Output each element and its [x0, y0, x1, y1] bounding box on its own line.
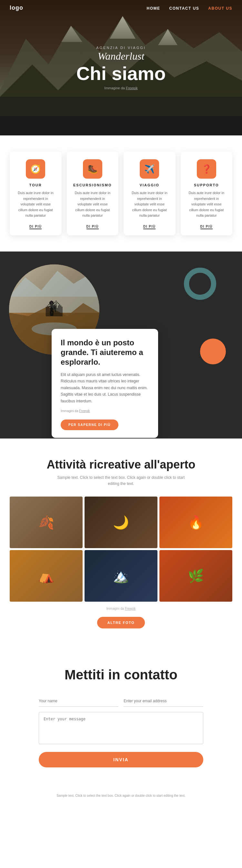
hero-content: AGENZIA DI VIAGGI Wanderlust Chi siamo I… — [76, 46, 165, 90]
svg-rect-16 — [50, 311, 52, 316]
explore-circle-teal — [184, 268, 216, 300]
gallery-image-5: 🏔️ — [85, 550, 157, 602]
card-tour-link[interactable]: DI PIÙ — [29, 225, 41, 229]
hiking-icon: 🥾 — [83, 159, 102, 179]
hero-subtitle: AGENZIA DI VIAGGI — [76, 46, 165, 50]
nav-home[interactable]: HOME — [147, 6, 160, 11]
svg-rect-15 — [53, 305, 55, 310]
gallery-title: Attività ricreative all'aperto — [10, 458, 232, 471]
card-travel: ✈️ VIAGGIO Duis aute irure dolor in repr… — [124, 152, 176, 236]
hero-title: Chi siamo — [76, 64, 165, 83]
gallery-image-3: 🔥 — [159, 497, 232, 548]
nav-contact[interactable]: CONTACT US — [170, 6, 200, 11]
gallery-more-button[interactable]: ALTRE FOTO — [97, 617, 145, 628]
contact-form: INVIA — [39, 695, 203, 767]
form-name-email-row — [39, 695, 203, 707]
explore-card: Il mondo è un posto grande. Ti aiuteremo… — [52, 329, 158, 438]
svg-rect-18 — [55, 303, 57, 312]
card-hiking-link[interactable]: DI PIÙ — [87, 225, 99, 229]
gallery-image-2: 🌙 — [85, 497, 157, 548]
svg-rect-13 — [50, 305, 53, 312]
hero-brand: Wanderlust — [76, 50, 165, 62]
cards-grid: 🧭 TOUR Duis aute irure dolor in reprehen… — [10, 152, 232, 236]
card-hiking-text: Duis aute irure dolor in reprehenderit i… — [72, 190, 113, 219]
nav-about[interactable]: ABOUT US — [208, 6, 232, 11]
gallery-grid-top: 🍂 🌙 🔥 — [10, 497, 232, 548]
gallery-image-4: ⛺ — [10, 550, 83, 602]
gallery-image-1: 🍂 — [10, 497, 83, 548]
svg-rect-7 — [0, 97, 242, 135]
card-tour-title: TOUR — [16, 183, 56, 187]
card-tour-text: Duis aute irure dolor in reprehenderit i… — [16, 190, 56, 219]
submit-button[interactable]: INVIA — [39, 752, 203, 767]
explore-button[interactable]: PER SAPERNE DI PIÙ — [61, 420, 118, 430]
name-input[interactable] — [39, 695, 118, 707]
cards-section: 🧭 TOUR Duis aute irure dolor in reprehen… — [0, 135, 242, 251]
footer: Sample text. Click to select the text bo… — [0, 787, 242, 808]
gallery-credit: Immagini da Freepik — [10, 607, 232, 610]
contact-section: Mettiti in contatto INVIA — [0, 648, 242, 787]
card-tour: 🧭 TOUR Duis aute irure dolor in reprehen… — [10, 152, 62, 236]
hero-section: AGENZIA DI VIAGGI Wanderlust Chi siamo I… — [0, 0, 242, 135]
gallery-section: Attività ricreative all'aperto Sample te… — [0, 438, 242, 648]
gallery-image-6: 🌿 — [159, 550, 232, 602]
support-icon: ❓ — [197, 159, 216, 179]
explore-section: Il mondo è un posto grande. Ti aiuteremo… — [0, 251, 242, 438]
svg-point-14 — [49, 301, 54, 305]
card-support-link[interactable]: DI PIÙ — [201, 225, 213, 229]
explore-body: Elit ut aliquam purus sit amet luctus ve… — [61, 371, 149, 404]
footer-text: Sample text. Click to select the text bo… — [57, 793, 185, 798]
card-hiking: 🥾 ESCURSIONISMO Duis aute irure dolor in… — [67, 152, 119, 236]
card-hiking-title: ESCURSIONISMO — [72, 183, 113, 187]
gallery-subtitle: Sample text. Click to select the text bo… — [57, 475, 185, 487]
navigation: logo HOME CONTACT US ABOUT US — [0, 0, 242, 16]
logo[interactable]: logo — [10, 4, 23, 11]
card-travel-link[interactable]: DI PIÙ — [143, 225, 155, 229]
svg-rect-19 — [49, 305, 52, 307]
nav-links: HOME CONTACT US ABOUT US — [147, 5, 232, 11]
explore-credit: Immagini da Freepik — [61, 408, 149, 414]
contact-title: Mettiti in contatto — [39, 667, 203, 683]
travel-icon: ✈️ — [140, 159, 159, 179]
card-travel-title: VIAGGIO — [129, 183, 170, 187]
card-support-title: SUPPORTO — [186, 183, 227, 187]
svg-rect-17 — [52, 311, 54, 316]
explore-circle-orange — [200, 339, 226, 364]
card-support: ❓ SUPPORTO Duis aute irure dolor in repr… — [181, 152, 233, 236]
email-input[interactable] — [124, 695, 203, 707]
gallery-grid-bottom: ⛺ 🏔️ 🌿 — [10, 550, 232, 602]
tour-icon: 🧭 — [26, 159, 45, 179]
explore-title: Il mondo è un posto grande. Ti aiuteremo… — [61, 338, 149, 367]
hero-credit: Immagine da Freepik — [76, 86, 165, 90]
message-textarea[interactable] — [39, 712, 203, 744]
card-travel-text: Duis aute irure dolor in reprehenderit i… — [129, 190, 170, 219]
card-support-text: Duis aute irure dolor in reprehenderit i… — [186, 190, 227, 219]
svg-rect-20 — [51, 305, 56, 307]
